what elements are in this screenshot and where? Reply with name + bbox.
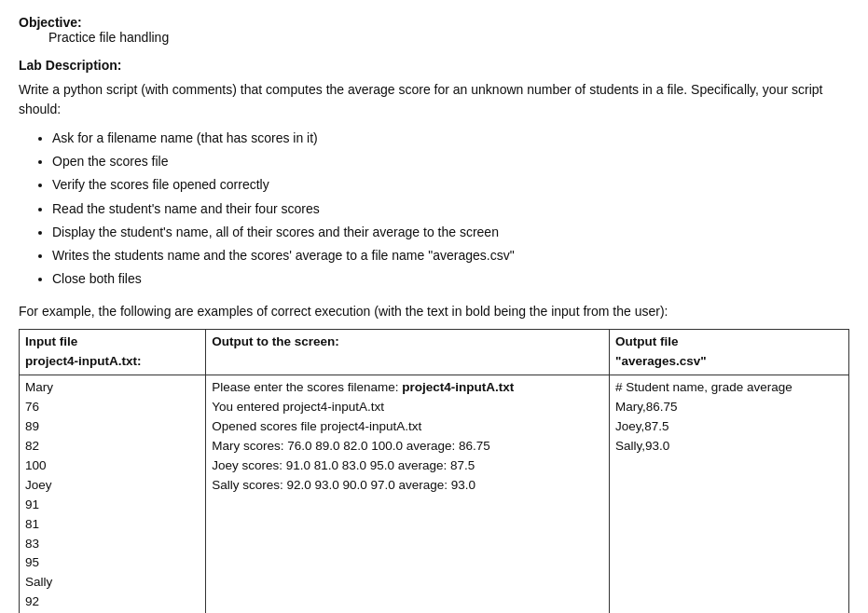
input-line: 92 xyxy=(25,593,200,612)
output-screen-line: Please enter the scores filename: projec… xyxy=(212,378,603,398)
input-line: Sally xyxy=(25,573,200,593)
col2-header: Output to the screen: xyxy=(206,330,610,375)
bullet-list: Ask for a filename name (that has scores… xyxy=(52,127,849,291)
input-line: 76 xyxy=(25,398,200,417)
input-file-cell: Mary768982100Joey91818395Sally92939097 xyxy=(20,375,206,613)
bullet-item: Verify the scores file opened correctly xyxy=(52,173,849,197)
bullet-item: Open the scores file xyxy=(52,150,849,173)
output-screen-line: Sally scores: 92.0 93.0 90.0 97.0 averag… xyxy=(212,476,603,496)
bullet-item: Writes the students name and the scores'… xyxy=(52,244,849,267)
output-file-line: Sally,93.0 xyxy=(615,437,843,456)
output-file-line: # Student name, grade average xyxy=(615,378,843,398)
input-line: 91 xyxy=(25,496,200,515)
lab-description-intro: Write a python script (with comments) th… xyxy=(19,80,849,119)
objective-label: Objective: xyxy=(19,15,82,30)
input-line: 89 xyxy=(25,417,200,437)
output-screen-line: Joey scores: 91.0 81.0 83.0 95.0 average… xyxy=(212,456,603,476)
input-line: 95 xyxy=(25,553,200,573)
output-screen-line: Mary scores: 76.0 89.0 82.0 100.0 averag… xyxy=(212,437,603,456)
output-screen-cell: Please enter the scores filename: projec… xyxy=(206,375,610,613)
bullet-item: Ask for a filename name (that has scores… xyxy=(52,127,849,150)
input-line: 81 xyxy=(25,515,200,535)
input-line: Mary xyxy=(25,378,200,398)
example-section: For example, the following are examples … xyxy=(19,302,849,613)
objective-value: Practice file handling xyxy=(48,30,849,45)
output-screen-line: You entered project4-inputA.txt xyxy=(212,398,603,417)
example-table: Input fileproject4-inputA.txt: Output to… xyxy=(19,329,849,613)
input-line: Joey xyxy=(25,476,200,496)
bullet-item: Display the student's name, all of their… xyxy=(52,221,849,244)
col3-header: Output file"averages.csv" xyxy=(609,330,848,375)
objective-section: Objective: Practice file handling xyxy=(19,15,849,45)
input-line: 82 xyxy=(25,437,200,456)
output-file-line: Joey,87.5 xyxy=(615,417,843,437)
table-header-row: Input fileproject4-inputA.txt: Output to… xyxy=(20,330,849,375)
input-line: 100 xyxy=(25,456,200,476)
bullet-item: Read the student's name and their four s… xyxy=(52,198,849,221)
lab-description-label: Lab Description: xyxy=(19,58,849,73)
output-file-line: Mary,86.75 xyxy=(615,398,843,417)
input-line: 83 xyxy=(25,535,200,554)
example-intro: For example, the following are examples … xyxy=(19,302,849,321)
table-data-row: Mary768982100Joey91818395Sally92939097 P… xyxy=(20,375,849,613)
lab-description-section: Lab Description: Write a python script (… xyxy=(19,58,849,291)
col1-header: Input fileproject4-inputA.txt: xyxy=(20,330,206,375)
output-file-cell: # Student name, grade averageMary,86.75J… xyxy=(609,375,848,613)
bullet-item: Close both files xyxy=(52,267,849,291)
output-screen-line: Opened scores file project4-inputA.txt xyxy=(212,417,603,437)
